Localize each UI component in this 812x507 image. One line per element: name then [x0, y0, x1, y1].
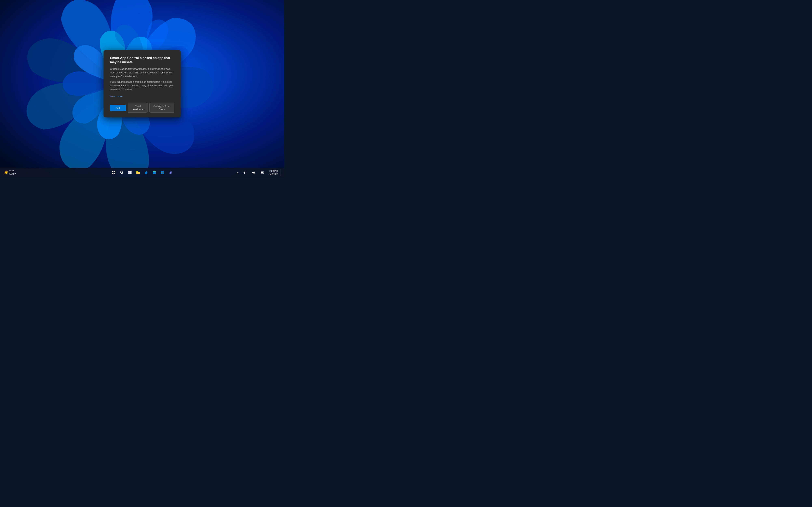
dialog-body-line1: C:\Users\JackPurton\Downloads\UnknownApp…: [110, 67, 174, 78]
teams-button[interactable]: [167, 169, 174, 176]
taskbar-right: ▲: [235, 169, 282, 176]
weather-widget[interactable]: ☀️ 71°F Sunny: [2, 169, 17, 176]
dialog-title: Smart App Control blocked an app that ma…: [110, 56, 174, 64]
file-explorer-button[interactable]: [135, 169, 142, 176]
svg-rect-5: [114, 171, 115, 172]
svg-rect-16: [161, 171, 164, 174]
outlook-button[interactable]: [159, 169, 166, 176]
desktop: Smart App Control blocked an app that ma…: [0, 0, 284, 177]
volume-icon[interactable]: [250, 169, 257, 176]
smart-app-control-dialog: Smart App Control blocked an app that ma…: [104, 50, 181, 118]
dialog-buttons: Ok Send feedback Get Apps from Store: [110, 103, 174, 113]
show-hidden-icons-button[interactable]: ▲: [235, 169, 239, 176]
start-button[interactable]: [110, 169, 117, 176]
task-view-button[interactable]: [126, 169, 134, 176]
dialog-overlay: Smart App Control blocked an app that ma…: [0, 0, 284, 168]
weather-icon: ☀️: [4, 170, 8, 175]
svg-point-18: [170, 172, 170, 172]
show-desktop-button[interactable]: [281, 169, 282, 176]
get-apps-from-store-button[interactable]: Get Apps from Store: [149, 103, 174, 113]
clock-time: 2:30 PM: [269, 170, 278, 173]
svg-point-17: [170, 171, 171, 172]
battery-icon[interactable]: [259, 169, 266, 176]
taskbar-center: [110, 169, 174, 176]
send-feedback-button[interactable]: Send feedback: [128, 103, 148, 113]
system-clock[interactable]: 2:30 PM 4/5/2022: [268, 170, 279, 176]
learn-more-link[interactable]: Learn more: [110, 95, 122, 98]
weather-condition: Sunny: [9, 173, 16, 175]
svg-rect-6: [112, 173, 113, 174]
svg-rect-21: [261, 172, 263, 173]
svg-rect-4: [112, 171, 113, 172]
ok-button[interactable]: Ok: [110, 105, 126, 111]
svg-line-9: [122, 173, 123, 174]
microsoft-store-button[interactable]: [151, 169, 158, 176]
svg-rect-11: [130, 171, 132, 172]
taskbar: ☀️ 71°F Sunny: [0, 168, 284, 177]
weather-text: 71°F Sunny: [9, 170, 16, 175]
weather-temp: 71°F: [9, 170, 16, 173]
svg-rect-10: [128, 171, 130, 172]
dialog-body: C:\Users\JackPurton\Downloads\UnknownApp…: [110, 67, 174, 91]
clock-date: 4/5/2022: [269, 173, 278, 176]
network-icon[interactable]: [241, 169, 248, 176]
dialog-body-line2: If you think we made a mistake in blocki…: [110, 80, 174, 91]
svg-rect-7: [114, 173, 115, 174]
svg-rect-12: [128, 172, 130, 174]
search-button[interactable]: [118, 169, 125, 176]
edge-browser-button[interactable]: [143, 169, 150, 176]
svg-point-19: [244, 173, 245, 174]
svg-rect-15: [153, 171, 156, 172]
taskbar-left: ☀️ 71°F Sunny: [2, 169, 27, 176]
svg-rect-14: [153, 172, 156, 174]
svg-rect-13: [130, 172, 132, 174]
